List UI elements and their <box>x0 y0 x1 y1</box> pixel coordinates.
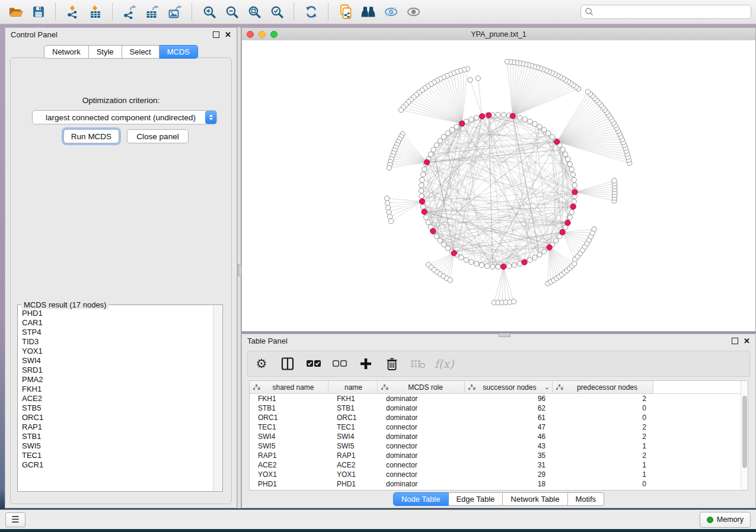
show-columns-icon[interactable] <box>280 356 295 371</box>
column-header-shared-name[interactable]: shared name <box>250 381 328 393</box>
add-row-icon[interactable] <box>358 356 374 371</box>
vertical-splitter[interactable] <box>237 27 241 508</box>
mcds-result-item[interactable]: YOX1 <box>22 347 213 356</box>
optimization-criterion-label: Optimization criterion: <box>11 96 231 105</box>
export-table-icon[interactable] <box>143 3 161 21</box>
tab-node-table[interactable]: Node Table <box>393 492 449 506</box>
table-cell: connector <box>378 422 465 432</box>
zoom-in-icon[interactable] <box>200 3 218 21</box>
mcds-result-item[interactable]: RAP1 <box>22 422 213 432</box>
network-graph[interactable] <box>242 40 755 331</box>
table-row[interactable]: TEC1TEC1connector472 <box>250 422 748 432</box>
table-settings-gear-icon[interactable]: ⚙ <box>254 356 269 371</box>
table-cell: 29 <box>465 470 553 479</box>
run-mcds-button[interactable]: Run MCDS <box>63 129 119 143</box>
zoom-selected-icon[interactable] <box>268 3 286 21</box>
tab-motifs[interactable]: Motifs <box>567 492 604 506</box>
table-row[interactable]: STB1STB1dominator620 <box>250 403 748 413</box>
table-cell: 47 <box>465 422 553 432</box>
main-toolbar <box>0 0 756 24</box>
mcds-result-item[interactable]: STP4 <box>22 328 213 337</box>
tab-style[interactable]: Style <box>89 45 122 59</box>
save-icon[interactable] <box>30 3 47 21</box>
import-table-icon[interactable] <box>87 3 104 21</box>
table-cell: SWI5 <box>250 441 328 451</box>
tab-mcds[interactable]: MCDS <box>160 45 198 59</box>
table-cell: 2 <box>553 394 653 403</box>
control-panel-tabs: NetworkStyleSelectMCDS <box>44 45 198 59</box>
memory-button[interactable]: Memory <box>700 512 751 528</box>
zoom-fit-icon[interactable] <box>245 3 263 21</box>
float-window-icon[interactable] <box>213 31 219 38</box>
table-cell: dominator <box>378 451 465 460</box>
mcds-result-item[interactable]: SWI4 <box>22 356 213 366</box>
tab-network[interactable]: Network <box>44 45 89 59</box>
table-scrollbar-thumb[interactable] <box>742 396 747 468</box>
column-header-predecessor-nodes[interactable]: predecessor nodes <box>553 381 653 393</box>
column-header-name[interactable]: name <box>328 381 378 393</box>
export-network-icon[interactable] <box>121 3 139 21</box>
table-row[interactable]: ACE2ACE2connector311 <box>250 460 748 470</box>
column-header-successor-nodes[interactable]: successor nodes⌄ <box>465 381 553 393</box>
column-label: MCDS role <box>389 383 462 392</box>
node-table[interactable]: shared namenameMCDS rolesuccessor nodes⌄… <box>249 380 748 491</box>
table-row[interactable]: SWI4SWI4dominator462 <box>250 432 748 441</box>
mcds-result-item[interactable]: PMA2 <box>22 375 213 384</box>
show-all-eye-icon[interactable] <box>404 3 422 21</box>
mcds-result-item[interactable]: TID3 <box>22 337 213 347</box>
tab-network-table[interactable]: Network Table <box>503 492 567 506</box>
optimization-criterion-select[interactable]: largest connected component (undirected) <box>32 110 217 124</box>
close-panel-icon[interactable]: ✕ <box>225 31 231 39</box>
table-cell: dominator <box>378 432 465 441</box>
mcds-result-item[interactable]: PHD1 <box>22 309 213 318</box>
table-cell: 61 <box>465 413 553 422</box>
mcds-result-item[interactable]: STB5 <box>22 403 213 413</box>
function-builder-fx-icon-disabled: f(x) <box>436 356 452 371</box>
open-file-icon[interactable] <box>7 3 25 21</box>
mcds-list-scrollbar[interactable] <box>213 306 222 491</box>
table-cell: 18 <box>465 479 553 489</box>
table-row[interactable]: RAP1RAP1dominator352 <box>250 451 748 460</box>
select-all-columns-icon[interactable] <box>306 356 321 371</box>
deselect-all-columns-icon[interactable] <box>332 356 347 371</box>
delete-row-trash-icon[interactable] <box>384 356 400 371</box>
mcds-result-item[interactable]: GCR1 <box>22 460 213 470</box>
task-history-button[interactable]: ☰ <box>5 512 25 527</box>
horizontal-splitter-handle[interactable] <box>499 333 511 337</box>
search-network-binoculars-icon[interactable] <box>359 3 377 21</box>
refresh-icon[interactable] <box>302 3 320 21</box>
search-input[interactable] <box>594 7 747 17</box>
zoom-out-icon[interactable] <box>223 3 241 21</box>
export-image-icon[interactable] <box>166 3 184 21</box>
mcds-result-item[interactable]: SWI5 <box>22 441 213 451</box>
hide-selected-eye-slash-icon[interactable] <box>382 3 400 21</box>
mcds-result-item[interactable]: ORC1 <box>22 413 213 422</box>
table-cell: 1 <box>553 470 653 479</box>
close-panel-icon[interactable]: ✕ <box>744 337 750 345</box>
network-canvas[interactable] <box>242 40 755 331</box>
tab-edge-table[interactable]: Edge Table <box>448 492 503 506</box>
import-network-icon[interactable] <box>64 3 82 21</box>
search-box[interactable] <box>580 5 751 19</box>
table-row[interactable]: FKH1FKH1dominator962 <box>250 394 748 403</box>
mcds-result-list[interactable]: PHD1CAR1STP4TID3YOX1SWI4SRD1PMA2FKH1ACE2… <box>18 306 213 491</box>
tab-select[interactable]: Select <box>122 45 160 59</box>
table-row[interactable]: SWI5SWI5connector431 <box>250 441 748 451</box>
mcds-result-item[interactable]: CAR1 <box>22 318 213 328</box>
table-row[interactable]: PHD1PHD1dominator180 <box>250 479 748 489</box>
table-row[interactable]: ORC1ORC1dominator610 <box>250 413 748 422</box>
mcds-result-item[interactable]: SRD1 <box>22 366 213 375</box>
clone-network-icon[interactable] <box>337 3 355 21</box>
column-header-mcds-role[interactable]: MCDS role <box>378 381 465 393</box>
table-row[interactable]: YOX1YOX1connector291 <box>250 470 748 479</box>
table-cell: 2 <box>553 451 653 460</box>
table-scrollbar[interactable] <box>741 381 748 490</box>
mcds-result-item[interactable]: ACE2 <box>22 394 213 403</box>
mcds-result-item[interactable]: FKH1 <box>22 384 213 394</box>
network-window-titlebar[interactable]: YPA_prune.txt_1 <box>242 28 755 41</box>
close-panel-button[interactable]: Close panel <box>127 129 189 143</box>
float-window-icon[interactable] <box>732 338 738 344</box>
table-cell: RAP1 <box>328 451 378 460</box>
mcds-result-item[interactable]: STB1 <box>22 432 213 441</box>
mcds-result-item[interactable]: TEC1 <box>22 451 213 460</box>
